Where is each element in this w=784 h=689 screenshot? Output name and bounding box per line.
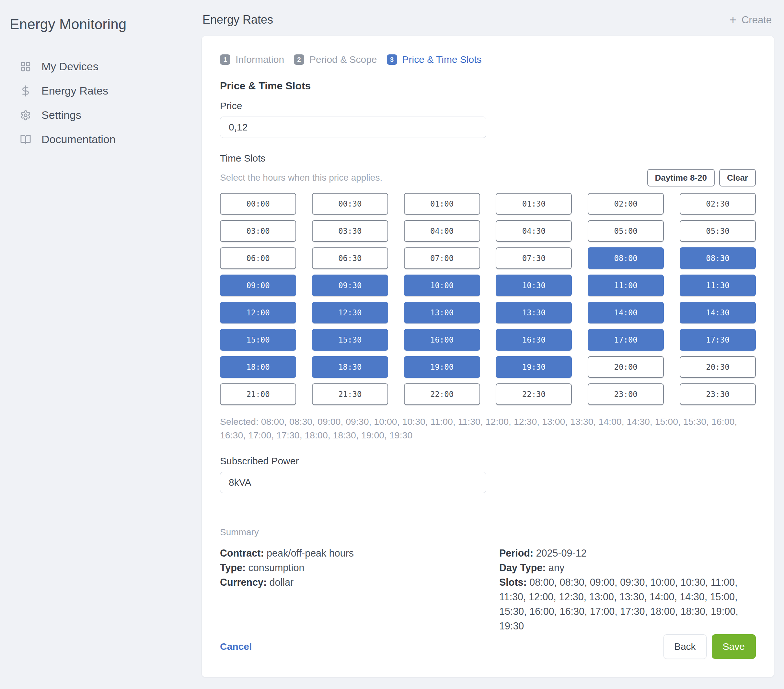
gear-icon [20, 110, 31, 121]
step-number-badge: 1 [220, 54, 231, 65]
time-slot-button[interactable]: 14:30 [680, 302, 756, 324]
summary-title: Summary [220, 527, 756, 538]
summary-row: Type: consumption [220, 561, 499, 575]
time-slot-button[interactable]: 10:00 [404, 275, 480, 296]
time-slots-toolbar: Select the hours when this price applies… [220, 169, 756, 186]
time-slot-button[interactable]: 23:30 [680, 383, 756, 405]
time-slot-button[interactable]: 01:00 [404, 193, 480, 215]
time-slot-button[interactable]: 12:00 [220, 302, 296, 324]
time-slot-button[interactable]: 13:30 [496, 302, 572, 324]
time-slot-button[interactable]: 22:30 [496, 383, 572, 405]
subscribed-power-input[interactable] [220, 472, 486, 493]
form-footer: Cancel Back Save [220, 634, 756, 659]
subscribed-power-label: Subscribed Power [220, 455, 756, 467]
summary-left-column: Contract: peak/off-peak hours Type: cons… [220, 546, 499, 590]
time-slot-button[interactable]: 23:00 [588, 383, 664, 405]
plus-icon: + [730, 14, 736, 26]
time-slot-button[interactable]: 04:00 [404, 220, 480, 242]
time-slot-button[interactable]: 15:00 [220, 329, 296, 351]
wizard-step-2[interactable]: 2 Period & Scope [294, 54, 377, 65]
time-slot-button[interactable]: 02:30 [680, 193, 756, 215]
summary-row: Slots: 08:00, 08:30, 09:00, 09:30, 10:00… [499, 575, 756, 633]
summary-row: Day Type: any [499, 561, 756, 575]
section-title: Price & Time Slots [220, 80, 756, 92]
time-slot-button[interactable]: 00:30 [312, 193, 388, 215]
wizard-step-3[interactable]: 3 Price & Time Slots [387, 54, 482, 65]
time-slot-grid: 00:00 00:30 01:00 01:30 02:00 02:30 03:0… [220, 193, 756, 405]
time-slot-button[interactable]: 05:00 [588, 220, 664, 242]
step-number-badge: 2 [294, 54, 304, 65]
summary-row: Currency: dollar [220, 575, 499, 590]
create-button[interactable]: + Create [730, 14, 772, 26]
summary-right-column: Period: 2025-09-12 Day Type: any Slots: … [499, 546, 756, 633]
time-slot-button[interactable]: 07:30 [496, 247, 572, 269]
time-slot-button[interactable]: 17:30 [680, 329, 756, 351]
time-slot-button[interactable]: 07:00 [404, 247, 480, 269]
time-slot-button[interactable]: 09:00 [220, 275, 296, 296]
time-slot-button[interactable]: 13:00 [404, 302, 480, 324]
app-title: Energy Monitoring [10, 16, 126, 32]
grid-icon [20, 61, 31, 72]
time-slots-label: Time Slots [220, 153, 756, 164]
clear-slots-button[interactable]: Clear [719, 169, 756, 186]
back-button[interactable]: Back [664, 634, 707, 659]
time-slot-button[interactable]: 16:30 [496, 329, 572, 351]
sidebar-nav: My Devices Energy Rates Settings Documen… [20, 54, 184, 151]
time-slot-button[interactable]: 02:00 [588, 193, 664, 215]
selected-slots-text: Selected: 08:00, 08:30, 09:00, 09:30, 10… [220, 415, 756, 442]
step-label: Information [236, 54, 284, 65]
wizard-step-1[interactable]: 1 Information [220, 54, 284, 65]
sidebar: Energy Monitoring My Devices Energy Rate… [0, 0, 194, 689]
time-slot-button[interactable]: 04:30 [496, 220, 572, 242]
create-button-label: Create [741, 14, 772, 26]
time-slot-button[interactable]: 12:30 [312, 302, 388, 324]
sidebar-item-settings[interactable]: Settings [20, 103, 184, 127]
time-slot-button[interactable]: 17:00 [588, 329, 664, 351]
dollar-icon [20, 86, 31, 97]
cancel-link[interactable]: Cancel [220, 641, 252, 652]
price-label: Price [220, 100, 756, 111]
time-slot-button[interactable]: 15:30 [312, 329, 388, 351]
page-title: Energy Rates [203, 13, 273, 26]
time-slot-button[interactable]: 11:00 [588, 275, 664, 296]
wizard-steps: 1 Information 2 Period & Scope 3 Price &… [220, 54, 756, 65]
time-slot-button[interactable]: 08:00 [588, 247, 664, 269]
time-slot-button[interactable]: 18:30 [312, 356, 388, 378]
time-slot-button[interactable]: 06:00 [220, 247, 296, 269]
sidebar-item-documentation[interactable]: Documentation [20, 127, 184, 151]
sidebar-item-my-devices[interactable]: My Devices [20, 54, 184, 79]
sidebar-item-energy-rates[interactable]: Energy Rates [20, 79, 184, 103]
time-slot-button[interactable]: 00:00 [220, 193, 296, 215]
summary-row: Period: 2025-09-12 [499, 546, 756, 561]
step-label: Price & Time Slots [402, 54, 482, 65]
time-slot-button[interactable]: 19:00 [404, 356, 480, 378]
time-slots-hint: Select the hours when this price applies… [220, 173, 382, 183]
time-slot-button[interactable]: 20:00 [588, 356, 664, 378]
time-slot-button[interactable]: 22:00 [404, 383, 480, 405]
time-slot-button[interactable]: 14:00 [588, 302, 664, 324]
summary-row: Contract: peak/off-peak hours [220, 546, 499, 561]
book-icon [20, 134, 31, 145]
time-slot-button[interactable]: 09:30 [312, 275, 388, 296]
time-slot-button[interactable]: 21:00 [220, 383, 296, 405]
time-slot-button[interactable]: 03:00 [220, 220, 296, 242]
time-slot-button[interactable]: 16:00 [404, 329, 480, 351]
time-slot-button[interactable]: 11:30 [680, 275, 756, 296]
step-label: Period & Scope [310, 54, 377, 65]
time-slot-button[interactable]: 10:30 [496, 275, 572, 296]
time-slot-button[interactable]: 18:00 [220, 356, 296, 378]
time-slot-button[interactable]: 20:30 [680, 356, 756, 378]
time-slot-button[interactable]: 06:30 [312, 247, 388, 269]
time-slot-button[interactable]: 01:30 [496, 193, 572, 215]
time-slot-button[interactable]: 05:30 [680, 220, 756, 242]
time-slot-button[interactable]: 21:30 [312, 383, 388, 405]
time-slot-button[interactable]: 19:30 [496, 356, 572, 378]
summary-divider [220, 516, 756, 516]
energy-rate-form-card: 1 Information 2 Period & Scope 3 Price &… [201, 36, 774, 677]
time-slot-button[interactable]: 03:30 [312, 220, 388, 242]
price-input[interactable] [220, 117, 486, 138]
save-button[interactable]: Save [712, 634, 756, 659]
time-slot-button[interactable]: 08:30 [680, 247, 756, 269]
step-number-badge: 3 [387, 54, 397, 65]
daytime-preset-button[interactable]: Daytime 8-20 [647, 169, 715, 186]
